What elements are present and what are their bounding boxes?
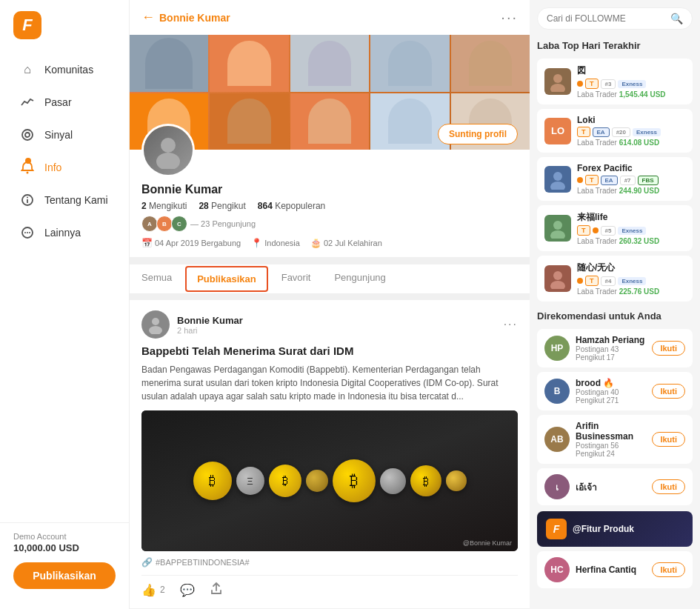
svg-point-1 — [25, 133, 30, 137]
recommend-item-5: HC Herfina Cantiq Ikuti — [537, 551, 693, 588]
trader-info-4: 来福life T #5 Exness Laba Trader 260.32 US… — [577, 211, 685, 245]
app-logo[interactable]: F — [13, 11, 41, 39]
post-author-name: Bonnie Kumar — [177, 315, 243, 326]
followers-avatars: A B C — 23 Pengunjung — [141, 216, 518, 232]
sidebar-item-lainnya[interactable]: Lainnya — [6, 217, 123, 248]
cover-cell-1 — [130, 35, 208, 92]
badge-ex-5: Exness — [618, 277, 646, 285]
post-image: ₿ Ξ ₿ ₿ ₿ @Bonnie Kumar — [141, 410, 518, 551]
stats-row: 2 Mengikuti 28 Pengikut 864 Kepopuleran — [141, 201, 518, 211]
svg-point-13 — [149, 326, 162, 334]
like-count: 2 — [160, 585, 165, 595]
trader-card-3: Forex Pacific T EA #7 FBS Laba Trader 24… — [537, 157, 693, 201]
svg-point-11 — [156, 153, 180, 169]
svg-point-20 — [553, 271, 562, 280]
post-author-details: Bonnie Kumar 2 hari — [177, 315, 243, 335]
badge-t-4: T — [577, 225, 590, 236]
badge-ex-4: Exness — [618, 227, 646, 235]
search-icon[interactable]: 🔍 — [670, 13, 683, 24]
fitur-produk-banner[interactable]: F @Fitur Produk — [537, 511, 693, 547]
follow-button-1[interactable]: Ikuti — [652, 341, 685, 356]
tab-semua[interactable]: Semua — [130, 264, 184, 293]
svg-point-17 — [550, 182, 565, 190]
sidebar-item-info[interactable]: Info — [6, 152, 123, 183]
sidebar-label-info: Info — [44, 162, 61, 173]
recommend-title: Direkomendasi untuk Anda — [537, 310, 693, 322]
recommend-info-2: brood 🔥 Postingan 40 Pengikut 271 — [576, 378, 646, 405]
profile-info-section: Sunting profil Bonnie Kumar 2 Mengikuti … — [130, 150, 530, 257]
recommend-avatar-4: เ — [544, 474, 570, 499]
badge-dot-5 — [577, 278, 583, 284]
publikasikan-button[interactable]: Publikasikan — [13, 562, 116, 589]
recommend-stats-1: Postingan 43 Pengikut 17 — [576, 345, 646, 362]
profile-name-header: Bonnie Kumar — [159, 12, 230, 24]
post-more-button[interactable]: ··· — [504, 318, 518, 331]
svg-point-9 — [29, 232, 30, 233]
trader-name-2: Loki — [577, 115, 685, 125]
badge-dot-4 — [593, 227, 599, 233]
sinyal-icon — [19, 127, 36, 143]
trader-avatar-3 — [544, 166, 571, 193]
svg-point-16 — [553, 172, 562, 181]
lainnya-icon — [19, 224, 36, 241]
trader-badges-2: T EA #20 Exness — [577, 127, 685, 137]
follow-button-5[interactable]: Ikuti — [652, 562, 685, 577]
badge-num-3: #7 — [620, 176, 636, 185]
back-button[interactable]: ← Bonnie Kumar — [141, 10, 230, 25]
badge-t-2: T — [577, 127, 590, 137]
sidebar-item-komunitas[interactable]: ⌂ Komunitas — [6, 54, 123, 85]
share-icon — [210, 582, 223, 598]
follow-button-3[interactable]: Ikuti — [652, 432, 685, 447]
svg-point-0 — [22, 130, 33, 140]
trader-avatar-5 — [544, 265, 571, 292]
tab-publikasikan[interactable]: Publikasikan — [185, 266, 267, 292]
cake-icon: 🎂 — [310, 238, 321, 248]
follow-button-4[interactable]: Ikuti — [652, 479, 685, 494]
badge-ex-2: Exness — [633, 128, 661, 136]
trader-laba-3: Laba Trader 244.90 USD — [577, 187, 685, 195]
follow-button-2[interactable]: Ikuti — [652, 384, 685, 399]
trader-name-3: Forex Pacific — [577, 163, 685, 173]
search-input[interactable] — [547, 13, 670, 24]
post-title: Bappebti Telah Menerima Surat dari IDM — [141, 345, 518, 357]
meta-bergabung: 📅 04 Apr 2019 Bergabung — [141, 238, 241, 248]
stat-mengikuti: 2 Mengikuti — [141, 201, 187, 211]
tab-favorit[interactable]: Favorit — [270, 264, 323, 293]
recommend-info-1: Hamzah Periang Postingan 43 Pengikut 17 — [576, 335, 646, 362]
post-card: Bonnie Kumar 2 hari ··· Bappebti Telah M… — [130, 300, 530, 608]
recommend-name-2: brood 🔥 — [576, 378, 646, 388]
avatar-wrap — [141, 124, 195, 177]
sidebar-item-tentang-kami[interactable]: Tentang Kami — [6, 184, 123, 216]
svg-point-7 — [24, 232, 26, 233]
fitur-produk-label: @Fitur Produk — [573, 524, 634, 534]
trader-laba-2: Laba Trader 614.08 USD — [577, 139, 685, 147]
trader-avatar-1 — [544, 68, 571, 95]
sidebar-label-pasar: Pasar — [44, 96, 72, 108]
right-sidebar: 🔍 Laba Top Hari Terakhir 図 T #3 Exness L… — [530, 0, 700, 609]
like-button[interactable]: 👍 2 — [141, 583, 165, 597]
more-options-button[interactable]: ··· — [501, 9, 518, 26]
recommend-avatar-3: AB — [544, 427, 570, 452]
badge-ea-2: EA — [593, 127, 610, 137]
tentang-icon — [19, 192, 36, 208]
sidebar-footer: Demo Account 10,000.00 USD Publikasikan — [0, 522, 129, 598]
logo-letter: F — [22, 16, 32, 35]
post-body: Badan Pengawas Perdagangan Komoditi (Bap… — [141, 363, 518, 403]
pengunjung-text: — 23 Pengunjung — [190, 219, 256, 228]
tab-pengunjung[interactable]: Pengunjung — [322, 264, 397, 293]
demo-account-label: Demo Account — [13, 532, 116, 541]
sidebar-item-sinyal[interactable]: Sinyal — [6, 119, 123, 150]
recommend-avatar-2: B — [544, 379, 570, 404]
cover-cell-4 — [370, 35, 449, 92]
meta-lokasi: 📍 Indonesia — [251, 238, 300, 248]
edit-profile-button[interactable]: Sunting profil — [438, 124, 518, 144]
comment-button[interactable]: 💬 — [180, 583, 195, 597]
share-button[interactable] — [210, 582, 223, 598]
recommend-item-4: เ เอ้เจ้า Ikuti — [537, 468, 693, 505]
svg-point-10 — [161, 138, 176, 153]
meta-row: 📅 04 Apr 2019 Bergabung 📍 Indonesia 🎂 02… — [141, 238, 518, 248]
sidebar-item-pasar[interactable]: Pasar — [6, 87, 123, 118]
post-author-info: Bonnie Kumar 2 hari — [141, 310, 243, 339]
cover-cell-9 — [370, 93, 449, 150]
cover-cell-3 — [290, 35, 369, 92]
